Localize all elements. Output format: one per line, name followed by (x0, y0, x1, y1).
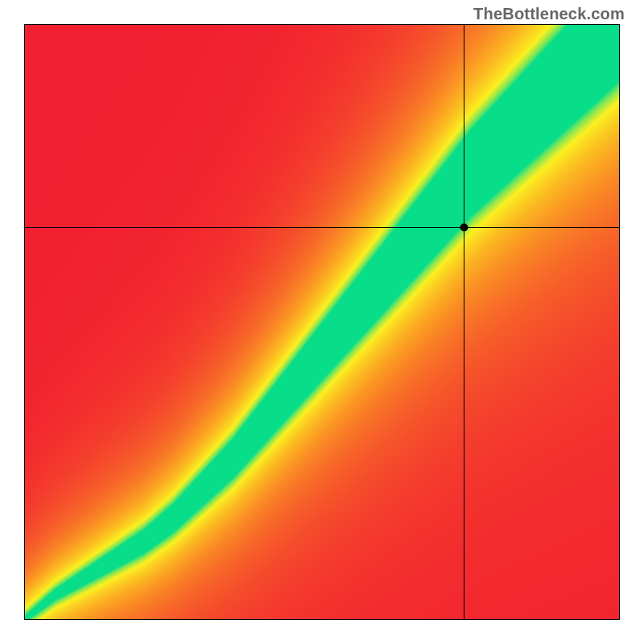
plot-area (24, 24, 620, 620)
watermark-text: TheBottleneck.com (473, 5, 625, 23)
heatmap-canvas (25, 25, 619, 619)
chart-container: TheBottleneck.com (0, 0, 644, 644)
